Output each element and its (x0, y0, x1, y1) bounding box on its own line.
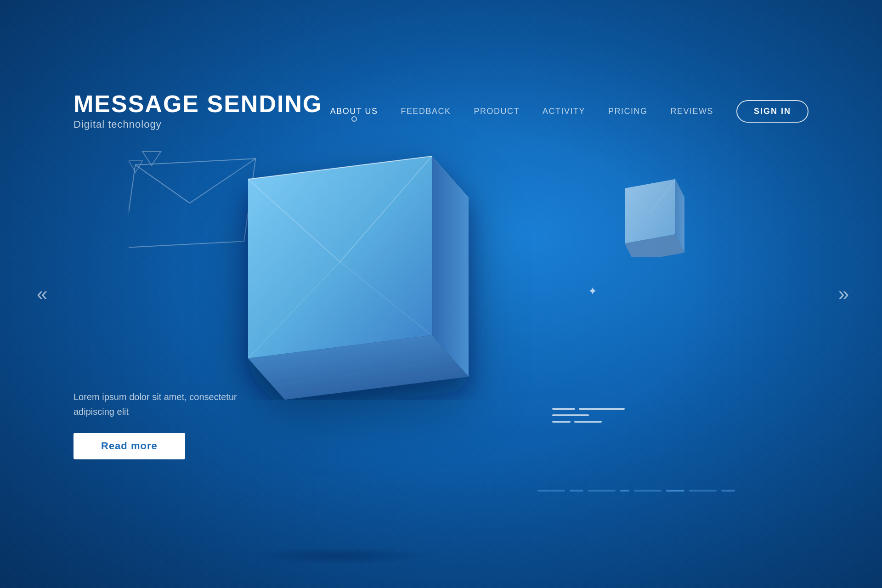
svg-line-16 (248, 156, 432, 179)
prev-arrow[interactable]: « (37, 283, 44, 305)
nav-item-activity[interactable]: ACTIVITY (543, 107, 585, 116)
sign-in-button[interactable]: SIGN IN (736, 100, 808, 123)
diamond-decoration: ✦ (588, 285, 597, 298)
svg-marker-10 (432, 156, 469, 377)
svg-line-12 (248, 179, 340, 262)
envelope-main (211, 142, 505, 400)
svg-marker-6 (142, 152, 161, 165)
next-arrow[interactable]: » (838, 283, 845, 305)
read-more-button[interactable]: Read more (74, 433, 185, 459)
svg-rect-0 (129, 158, 255, 248)
nav-item-pricing[interactable]: PRICING (608, 107, 648, 116)
svg-line-2 (190, 158, 256, 203)
svg-marker-18 (625, 179, 675, 243)
nav-item-feedback[interactable]: FEEDBACK (401, 107, 451, 116)
lorem-text: Lorem ipsum dolor sit amet, consectetura… (74, 390, 237, 419)
svg-line-13 (340, 156, 432, 262)
envelope-small (616, 175, 707, 257)
envelope-shadow (248, 547, 432, 565)
svg-marker-20 (625, 234, 684, 257)
lines-decoration (552, 408, 625, 423)
brand: MESSAGE SENDING Digital technology (74, 92, 322, 130)
svg-marker-11 (248, 335, 469, 400)
svg-line-22 (650, 179, 675, 214)
navbar: MESSAGE SENDING Digital technology ABOUT… (0, 92, 882, 130)
svg-marker-8 (248, 156, 469, 220)
bottom-content: Lorem ipsum dolor sit amet, consectetura… (74, 390, 237, 459)
nav-item-about[interactable]: ABOUT US (330, 107, 378, 116)
dashed-decoration (537, 490, 735, 492)
lorem-content: Lorem ipsum dolor sit amet, consectetura… (74, 392, 237, 417)
svg-line-14 (248, 262, 340, 358)
svg-line-15 (340, 262, 432, 335)
svg-line-1 (130, 162, 196, 206)
svg-line-21 (625, 188, 650, 214)
page-background: MESSAGE SENDING Digital technology ABOUT… (0, 0, 882, 588)
svg-marker-17 (625, 179, 684, 207)
svg-marker-9 (248, 156, 432, 358)
nav-item-product[interactable]: PRODUCT (474, 107, 520, 116)
nav-item-reviews[interactable]: REVIEWS (670, 107, 713, 116)
brand-title: MESSAGE SENDING (74, 92, 322, 116)
nav-links: ABOUT US FEEDBACK PRODUCT ACTIVITY PRICI… (330, 107, 713, 116)
svg-marker-7 (129, 161, 142, 172)
hero-illustration: ✦ (92, 129, 790, 588)
brand-subtitle: Digital technology (74, 119, 322, 130)
envelope-wireframe (129, 147, 276, 276)
svg-marker-19 (675, 179, 684, 253)
